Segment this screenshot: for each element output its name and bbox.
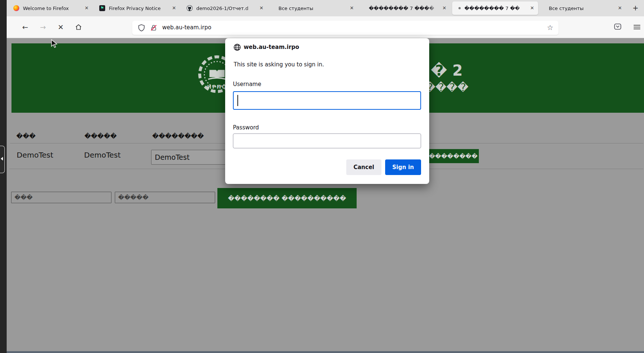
url-bar[interactable]: web.au-team.irpo ☆ bbox=[132, 21, 558, 35]
window-bottom-edge bbox=[7, 351, 644, 353]
tab-welcome-to-firefox[interactable]: Welcome to Firefox ✕ bbox=[9, 1, 93, 15]
tab-title: �������� 7 ���� bbox=[369, 6, 440, 11]
privacy-flag-icon: ⚑ bbox=[99, 5, 105, 11]
password-label: Password bbox=[233, 124, 259, 131]
tab-privacy-notice[interactable]: ⚑ Firefox Privacy Notice ✕ bbox=[95, 1, 180, 15]
group-input[interactable] bbox=[115, 192, 215, 203]
forward-button[interactable]: → bbox=[37, 21, 49, 33]
tab-title: Все студенты bbox=[549, 6, 615, 11]
tab-title: demo2026-1/Отчет.d bbox=[196, 6, 257, 11]
tab-mojibake-7-a[interactable]: �������� 7 ���� ✕ bbox=[360, 1, 450, 15]
username-label: Username bbox=[233, 81, 261, 88]
logo-caption: ИРПО bbox=[207, 84, 227, 90]
browser-window: Welcome to Firefox ✕ ⚑ Firefox Privacy N… bbox=[0, 0, 644, 353]
tab-title: Все студенты bbox=[278, 6, 347, 11]
insecure-lock-icon[interactable] bbox=[150, 24, 157, 33]
globe-icon bbox=[233, 43, 241, 53]
url-text[interactable]: web.au-team.irpo bbox=[162, 24, 211, 31]
github-icon bbox=[187, 5, 193, 11]
tab-title: �������� 7 �� bbox=[464, 6, 528, 11]
close-icon[interactable]: ✕ bbox=[529, 5, 535, 11]
password-field[interactable] bbox=[233, 133, 421, 148]
row-group-cell: DemoTest bbox=[84, 151, 121, 159]
table-header-name: ��� bbox=[16, 132, 36, 140]
close-icon[interactable]: ✕ bbox=[258, 5, 264, 11]
tab-title: Welcome to Firefox bbox=[23, 6, 82, 11]
row-select-value: DemoTest bbox=[155, 153, 190, 161]
dot-icon bbox=[458, 7, 461, 9]
tracking-shield-icon[interactable] bbox=[138, 24, 145, 33]
close-icon[interactable]: ✕ bbox=[84, 5, 90, 11]
close-icon[interactable]: ✕ bbox=[441, 5, 447, 11]
tab-bar: Welcome to Firefox ✕ ⚑ Firefox Privacy N… bbox=[7, 0, 644, 16]
bookmark-star-icon[interactable]: ☆ bbox=[547, 23, 553, 32]
chevron-left-icon bbox=[1, 157, 3, 161]
username-field[interactable] bbox=[233, 91, 421, 110]
banner-title: � 2 bbox=[431, 62, 463, 79]
cancel-button[interactable]: Cancel bbox=[346, 159, 381, 175]
close-icon[interactable]: ✕ bbox=[617, 5, 623, 11]
window-left-edge bbox=[0, 0, 7, 353]
close-icon[interactable]: ✕ bbox=[349, 5, 355, 11]
sidebar-collapse-handle[interactable] bbox=[0, 146, 5, 173]
sign-in-button[interactable]: Sign in bbox=[385, 159, 421, 175]
menu-hamburger-icon[interactable] bbox=[631, 21, 643, 33]
pocket-icon[interactable] bbox=[612, 21, 624, 33]
mouse-cursor bbox=[50, 39, 59, 49]
http-auth-dialog: web.au-team.irpo This site is asking you… bbox=[225, 38, 429, 184]
tab-mojibake-7-b-active[interactable]: �������� 7 �� ✕ bbox=[452, 1, 538, 15]
tab-github-report[interactable]: demo2026-1/Отчет.d ✕ bbox=[182, 1, 267, 15]
home-button[interactable] bbox=[73, 21, 84, 33]
firefox-icon bbox=[13, 5, 19, 11]
table-header-group: ����� bbox=[84, 132, 117, 140]
stop-button[interactable]: ✕ bbox=[55, 21, 67, 33]
row-group-select[interactable]: DemoTest bbox=[151, 150, 236, 165]
close-icon[interactable]: ✕ bbox=[171, 5, 177, 11]
row-name-cell: DemoTest bbox=[17, 151, 53, 159]
auth-dialog-host: web.au-team.irpo bbox=[244, 44, 299, 50]
auth-dialog-message: This site is asking you to sign in. bbox=[234, 61, 324, 68]
row-action-button[interactable]: �������� bbox=[428, 149, 479, 163]
banner-subtitle: ���� bbox=[424, 81, 468, 94]
tab-all-students-2[interactable]: Все студенты ✕ bbox=[540, 1, 626, 15]
table-header-actions: �������� bbox=[152, 132, 204, 140]
back-button[interactable]: ← bbox=[19, 21, 31, 33]
new-tab-button[interactable]: + bbox=[630, 3, 641, 13]
name-input[interactable] bbox=[11, 192, 111, 203]
tab-title: Firefox Privacy Notice bbox=[109, 6, 170, 11]
tab-all-students-1[interactable]: Все студенты ✕ bbox=[270, 1, 358, 15]
navigation-toolbar: ← → ✕ web.au-team.irpo ☆ bbox=[7, 16, 644, 38]
add-student-button[interactable]: �������� ���������� bbox=[217, 188, 357, 208]
text-caret bbox=[237, 95, 238, 106]
